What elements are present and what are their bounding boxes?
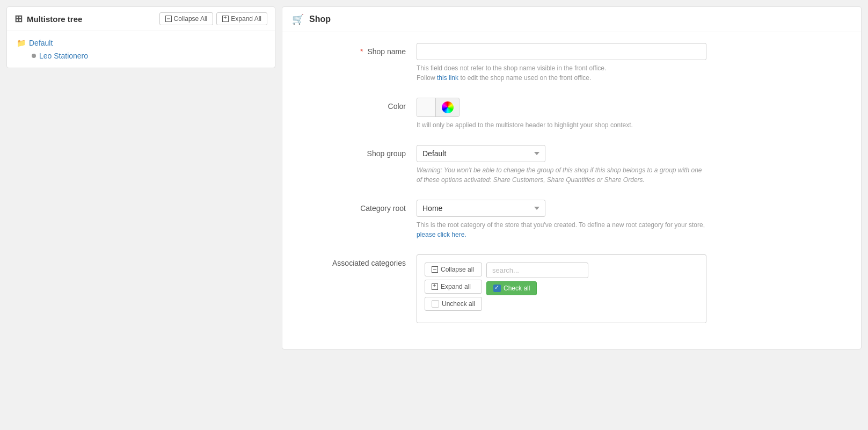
shop-group-label: Shop group	[298, 145, 417, 158]
tree-actions: Collapse All Expand All	[159, 12, 267, 25]
expand-all-button[interactable]: Expand All	[216, 12, 267, 25]
shop-body: * Shop name This field does not refer to…	[282, 32, 861, 349]
color-wheel-icon	[442, 101, 454, 113]
color-swatch	[417, 98, 436, 116]
check-all-button[interactable]: Check all	[486, 281, 537, 295]
shop-name-field: This field does not refer to the shop na…	[417, 43, 845, 83]
associated-categories-box: Collapse all Expand all Uncheck all	[417, 254, 706, 323]
shop-group-select[interactable]: Default	[417, 145, 545, 162]
assoc-right-group: Check all	[486, 263, 588, 295]
collapse-minus-icon	[432, 266, 438, 273]
multistore-icon: ⊞	[14, 13, 23, 25]
shop-name-label: * Shop name	[298, 43, 417, 56]
tree-title: ⊞ Multistore tree	[14, 13, 82, 25]
category-root-select[interactable]: Home	[417, 200, 545, 217]
shop-group-warning: Warning: You won't be able to change the…	[417, 165, 706, 185]
expand-plus-icon	[432, 283, 438, 290]
tree-body: 📁 Default Leo Stationero	[7, 31, 275, 68]
shop-name-link[interactable]: this link	[437, 74, 458, 82]
shop-header: 🛒 Shop	[282, 7, 861, 32]
assoc-btn-group: Collapse all Expand all Uncheck all	[425, 263, 482, 311]
color-label: Color	[298, 98, 417, 111]
folder-icon: 📁	[17, 39, 26, 47]
color-picker-button[interactable]	[436, 98, 459, 116]
tree-title-text: Multistore tree	[27, 14, 82, 24]
color-field: It will only be applied to the multistor…	[417, 98, 845, 130]
shop-card: 🛒 Shop * Shop name This field does not r…	[282, 6, 862, 349]
dot-icon	[32, 54, 36, 58]
shop-name-row: * Shop name This field does not refer to…	[298, 43, 845, 83]
right-panel: 🛒 Shop * Shop name This field does not r…	[282, 0, 868, 430]
shop-name-help: This field does not refer to the shop na…	[417, 63, 706, 83]
expand-all-categories-button[interactable]: Expand all	[425, 280, 482, 294]
tree-item-leo[interactable]: Leo Stationero	[32, 52, 265, 60]
color-row: Color It will only be applied to the mul…	[298, 98, 845, 130]
shop-group-field: Default Warning: You won't be able to ch…	[417, 145, 845, 185]
collapse-all-button[interactable]: Collapse All	[159, 12, 214, 25]
cart-icon: 🛒	[292, 13, 304, 25]
category-root-label: Category root	[298, 200, 417, 213]
left-panel: ⊞ Multistore tree Collapse All Expand Al…	[0, 0, 282, 430]
collapse-all-categories-button[interactable]: Collapse all	[425, 263, 482, 276]
check-all-icon	[493, 285, 501, 292]
associated-categories-row: Associated categories Collapse all	[298, 254, 845, 323]
associated-categories-label: Associated categories	[298, 254, 417, 267]
category-root-field: Home This is the root category of the st…	[417, 200, 845, 239]
shop-title: Shop	[309, 14, 331, 24]
tree-group-default[interactable]: 📁 Default	[17, 39, 265, 47]
shop-group-row: Shop group Default Warning: You won't be…	[298, 145, 845, 185]
required-star: *	[360, 47, 363, 56]
category-root-help: This is the root category of the store t…	[417, 220, 706, 239]
assoc-search-input[interactable]	[486, 263, 588, 278]
uncheck-all-button[interactable]: Uncheck all	[425, 297, 482, 311]
color-picker-group	[417, 98, 459, 117]
associated-categories-field: Collapse all Expand all Uncheck all	[417, 254, 845, 323]
assoc-controls: Collapse all Expand all Uncheck all	[425, 263, 698, 311]
category-root-link[interactable]: please click here.	[417, 231, 466, 238]
color-help: It will only be applied to the multistor…	[417, 120, 706, 130]
tree-header: ⊞ Multistore tree Collapse All Expand Al…	[7, 7, 275, 31]
multistore-tree-card: ⊞ Multistore tree Collapse All Expand Al…	[6, 6, 275, 68]
shop-name-input[interactable]	[417, 43, 706, 60]
plus-icon	[222, 16, 229, 22]
minus-icon	[165, 16, 172, 22]
uncheck-icon	[432, 300, 439, 308]
category-root-row: Category root Home This is the root cate…	[298, 200, 845, 239]
